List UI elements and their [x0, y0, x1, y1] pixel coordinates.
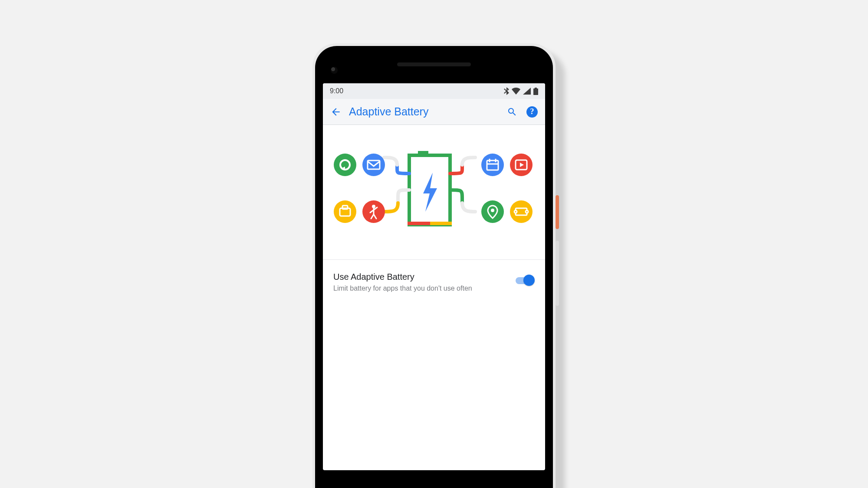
app-fit-icon: [362, 200, 385, 223]
setting-title: Use Adaptive Battery: [333, 272, 505, 282]
screen: 9:00 Adaptive Battery: [323, 83, 545, 470]
battery-icon: [533, 88, 538, 95]
speaker-grille: [397, 62, 471, 66]
svg-point-6: [362, 154, 385, 176]
svg-point-21: [491, 209, 494, 212]
power-button: [556, 195, 559, 229]
wifi-icon: [512, 88, 520, 95]
search-button[interactable]: [505, 105, 519, 119]
bluetooth-icon: [504, 87, 509, 95]
setting-subtitle: Limit battery for apps that you don't us…: [333, 284, 477, 293]
phone-frame: 9:00 Adaptive Battery: [312, 43, 556, 488]
help-button[interactable]: ?: [525, 105, 539, 119]
help-icon: ?: [526, 106, 538, 118]
svg-point-13: [481, 154, 504, 176]
app-ticket-icon: [510, 200, 533, 223]
battery-illustration-icon: [408, 151, 452, 225]
app-store-icon: [334, 200, 356, 223]
status-time: 9:00: [330, 87, 343, 95]
arrow-left-icon: [330, 106, 342, 118]
svg-point-4: [334, 154, 356, 176]
app-calendar-icon: [481, 154, 504, 176]
hero-illustration: [323, 125, 545, 260]
page-title: Adaptive Battery: [349, 105, 499, 118]
volume-button: [556, 241, 559, 306]
svg-point-25: [526, 210, 528, 213]
svg-point-22: [510, 200, 533, 223]
svg-rect-3: [430, 222, 452, 225]
status-icons: [504, 87, 538, 95]
cellular-icon: [523, 88, 531, 95]
app-bar: Adaptive Battery ?: [323, 99, 545, 125]
status-bar: 9:00: [323, 83, 545, 99]
app-location-icon: [481, 200, 504, 223]
app-mail-icon: [362, 154, 385, 176]
svg-point-8: [334, 200, 356, 223]
back-button[interactable]: [329, 105, 343, 119]
use-adaptive-battery-row[interactable]: Use Adaptive Battery Limit battery for a…: [323, 260, 545, 305]
adaptive-battery-toggle[interactable]: [516, 275, 535, 286]
app-chat-icon: [334, 154, 356, 176]
svg-rect-2: [408, 222, 430, 225]
search-icon: [507, 107, 517, 117]
svg-point-24: [514, 210, 517, 213]
front-camera: [331, 67, 338, 74]
app-video-icon: [510, 154, 533, 176]
